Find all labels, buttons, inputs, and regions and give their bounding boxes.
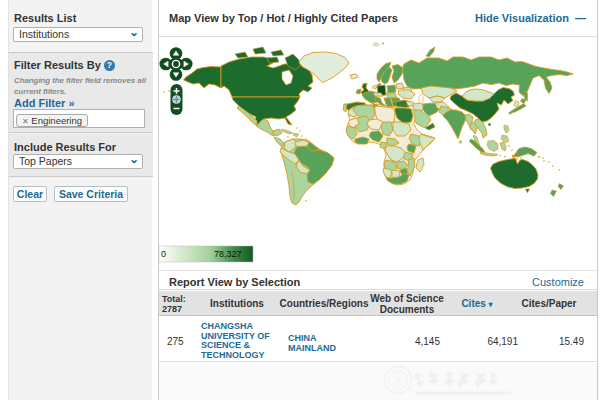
svg-text:78,327: 78,327 [214,249,242,259]
svg-text:0: 0 [161,249,166,259]
